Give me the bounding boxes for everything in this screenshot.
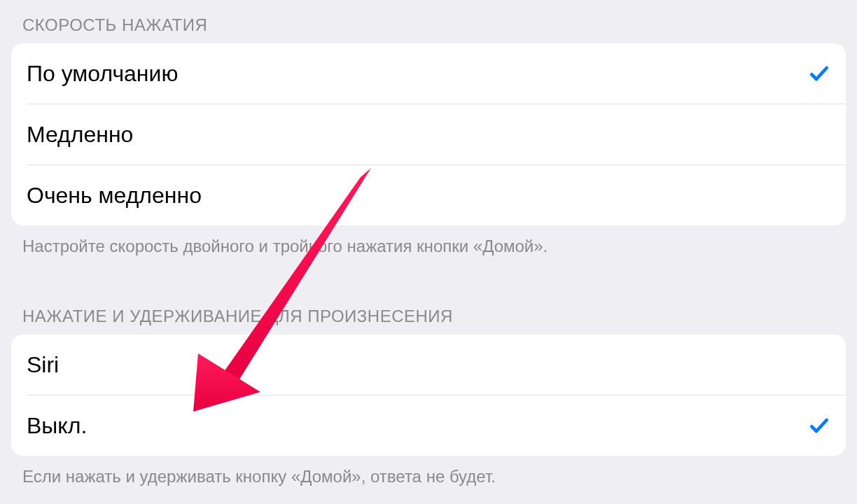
option-label: Siri [27,352,59,378]
checkmark-icon [808,414,830,437]
settings-screen: СКОРОСТЬ НАЖАТИЯ По умолчанию Медленно О… [3,0,854,496]
option-off[interactable]: Выкл. [11,396,846,456]
click-speed-group: По умолчанию Медленно Очень медленно [11,43,846,225]
option-slow[interactable]: Медленно [11,104,846,164]
spacer [3,265,854,297]
option-label: По умолчанию [27,61,178,87]
section-footer-press-hold: Если нажать и удерживать кнопку «Домой»,… [3,456,854,495]
section-header-press-hold: НАЖАТИЕ И УДЕРЖИВАНИЕ ДЛЯ ПРОИЗНЕСЕНИЯ [3,297,854,335]
option-label: Очень медленно [27,183,202,209]
section-footer-click-speed: Настройте скорость двойного и тройного н… [3,225,854,265]
section-header-click-speed: СКОРОСТЬ НАЖАТИЯ [3,6,854,43]
option-label: Медленно [27,122,133,148]
option-default[interactable]: По умолчанию [11,43,846,104]
option-siri[interactable]: Siri [11,335,846,395]
option-slowest[interactable]: Очень медленно [11,165,846,225]
option-label: Выкл. [27,413,87,439]
checkmark-icon [808,62,830,85]
press-hold-group: Siri Выкл. [11,335,846,456]
